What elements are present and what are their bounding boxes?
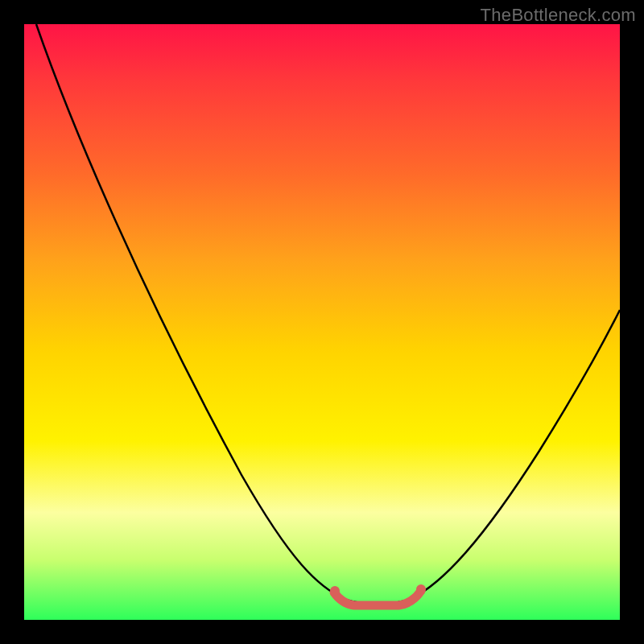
optimal-band-dot-right — [416, 584, 426, 594]
optimal-band-line — [334, 591, 421, 605]
chart-svg — [24, 24, 620, 620]
watermark-text: TheBottleneck.com — [481, 5, 636, 26]
chart-container: TheBottleneck.com — [0, 0, 644, 644]
plot-area — [24, 24, 620, 620]
optimal-band-dot-left — [330, 586, 340, 596]
bottleneck-curve-line — [36, 24, 620, 604]
